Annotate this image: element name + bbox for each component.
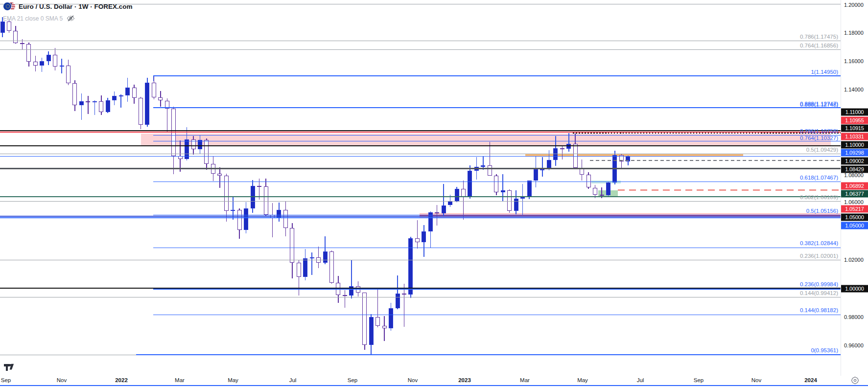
candle-body xyxy=(86,101,90,102)
price-level-line xyxy=(0,297,841,297)
fib-level-label: 0.888(1.12748) xyxy=(800,102,838,108)
fib-level-label: 0.382(1.02844) xyxy=(800,240,838,246)
price-level-line xyxy=(0,49,841,50)
candle-body xyxy=(501,190,505,192)
price-axis-badge: 1.05000 xyxy=(841,214,868,221)
time-axis-label: May xyxy=(577,377,588,383)
candle-wick xyxy=(219,167,220,188)
price-level-line xyxy=(153,75,841,76)
price-axis-tick: 1.06000 xyxy=(844,199,864,205)
candle-body xyxy=(382,326,387,328)
eu-flag-icon xyxy=(3,2,12,11)
axis-settings-gear-icon[interactable] xyxy=(851,376,860,385)
candle-body xyxy=(369,317,374,345)
candle-wick xyxy=(94,100,95,115)
price-level-line xyxy=(590,160,841,161)
time-axis-label: 2024 xyxy=(804,377,817,383)
candle-body xyxy=(66,66,70,83)
price-axis-tick: 1.14000 xyxy=(844,87,864,92)
candle-wick xyxy=(404,284,405,327)
fib-level-label: 0.5(1.05156) xyxy=(806,208,838,214)
candle-body xyxy=(343,295,347,296)
price-level-line xyxy=(153,135,841,136)
price-level-line xyxy=(618,189,841,191)
time-axis-label: Jul xyxy=(637,377,644,383)
candle-body xyxy=(53,55,57,67)
candle-body xyxy=(375,317,380,326)
candle-body xyxy=(303,258,307,277)
price-level-line xyxy=(0,130,841,132)
fib-level-label: 0.764(1.10327) xyxy=(800,135,838,141)
candle-body xyxy=(362,293,367,345)
price-level-line xyxy=(0,168,841,169)
candle-body xyxy=(396,294,400,308)
candle-wick xyxy=(542,157,543,177)
candle-body xyxy=(389,308,393,328)
price-axis-badge: 1.10915 xyxy=(841,125,868,132)
fib-level-label: 1(1.14950) xyxy=(811,69,838,75)
price-level-line xyxy=(0,201,841,202)
price-axis[interactable]: 1.200001.180001.160001.140001.080001.060… xyxy=(841,0,868,376)
candle-wick xyxy=(522,184,523,215)
fib-level-label: 0.144(0.98182) xyxy=(800,307,838,313)
candle-body xyxy=(60,66,64,67)
price-axis-tick: 1.02000 xyxy=(844,257,864,263)
tradingview-logo[interactable] xyxy=(4,363,16,375)
candle-body xyxy=(428,212,433,231)
candle-body xyxy=(455,189,459,202)
time-axis-label: Sep xyxy=(348,377,357,383)
time-axis-label: Jul xyxy=(289,377,297,383)
candle-body xyxy=(540,169,544,170)
price-level-line xyxy=(136,354,841,355)
time-axis-label: Nov xyxy=(751,377,761,383)
candle-wick xyxy=(311,252,312,275)
candle-body xyxy=(93,101,97,102)
price-axis-badge: 1.00000 xyxy=(841,285,868,293)
candle-body xyxy=(47,55,51,61)
candle-body xyxy=(20,43,24,44)
time-axis-label: Mar xyxy=(175,377,185,383)
candle-body xyxy=(139,98,143,125)
time-axis-label: Sep xyxy=(1,377,11,383)
candle-body xyxy=(283,210,288,228)
candle-body xyxy=(198,140,202,149)
chart-plot-area[interactable]: 0.786(1.17475)0.764(1.16856)1(1.14950)0.… xyxy=(0,0,841,376)
candle-body xyxy=(257,186,261,187)
price-axis-badge: 1.10331 xyxy=(841,133,868,140)
price-axis-badge: 1.05217 xyxy=(841,205,868,213)
price-axis-badge: 1.06892 xyxy=(841,182,868,190)
time-axis-label: 2023 xyxy=(458,377,471,383)
candle-body xyxy=(297,263,301,277)
candle-wick xyxy=(502,174,503,202)
candle-body xyxy=(112,96,117,100)
eu-us-flags-icon xyxy=(3,2,16,11)
candle-body xyxy=(468,171,472,197)
price-level-line xyxy=(0,145,841,147)
candle-body xyxy=(593,188,597,195)
candle-wick xyxy=(568,133,569,152)
price-axis-badge: 1.10000 xyxy=(841,141,868,149)
fib-level-label: 0.144(0.99412) xyxy=(800,290,838,296)
time-axis-label: May xyxy=(228,377,238,383)
price-axis-tick: 1.08000 xyxy=(844,172,864,178)
price-axis-badge: 1.11000 xyxy=(841,109,868,116)
candle-wick xyxy=(120,94,121,108)
candle-body xyxy=(402,294,406,295)
candle-body xyxy=(606,182,610,195)
candle-wick xyxy=(417,220,418,249)
fib-level-label: 0.786(1.10758) xyxy=(800,128,838,134)
candle-body xyxy=(553,148,558,160)
price-axis-badge: 1.09298 xyxy=(841,149,868,157)
candle-body xyxy=(494,176,498,192)
candle-wick xyxy=(88,96,89,114)
candle-body xyxy=(237,210,242,230)
price-axis-badge: 1.05000 xyxy=(841,222,868,229)
price-level-line xyxy=(0,260,841,260)
bottom-border xyxy=(0,385,868,386)
candle-body xyxy=(560,148,564,149)
candle-body xyxy=(422,231,426,242)
chart-header: Euro / U.S. Dollar · 1W · FOREX.com EMA … xyxy=(3,2,133,22)
price-axis-badge: 1.09002 xyxy=(841,158,868,165)
candle-body xyxy=(435,212,439,213)
eye-hidden-icon[interactable] xyxy=(67,15,75,22)
